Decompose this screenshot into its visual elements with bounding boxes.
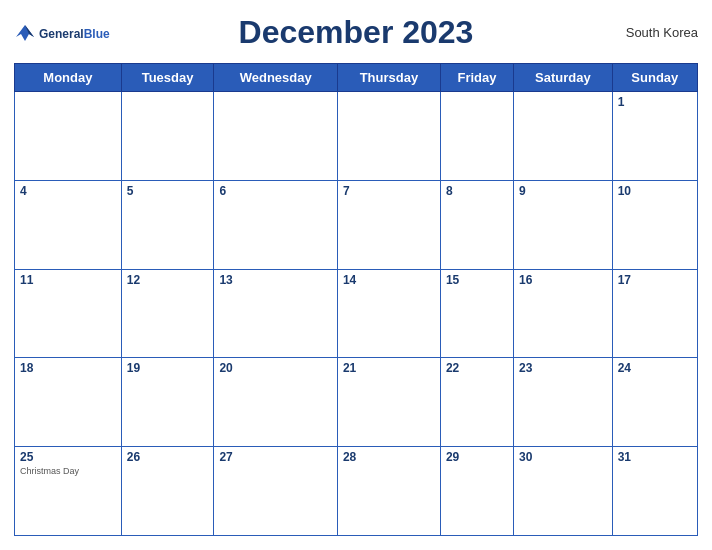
- day-cell-29: 29: [440, 447, 513, 536]
- bird-icon: [14, 23, 36, 43]
- day-cell-5: 5: [121, 180, 214, 269]
- week-row-3: 11121314151617: [15, 269, 698, 358]
- date-number-10: 10: [618, 184, 692, 198]
- date-number-16: 16: [519, 273, 607, 287]
- day-cell-11: 11: [15, 269, 122, 358]
- title-area: December 2023: [104, 14, 608, 51]
- day-cell-30: 30: [514, 447, 613, 536]
- date-number-9: 9: [519, 184, 607, 198]
- month-title: December 2023: [239, 14, 474, 50]
- day-cell-8: 8: [440, 180, 513, 269]
- date-number-20: 20: [219, 361, 332, 375]
- header-sunday: Sunday: [612, 64, 697, 92]
- date-number-12: 12: [127, 273, 209, 287]
- day-cell-26: 26: [121, 447, 214, 536]
- header-wednesday: Wednesday: [214, 64, 338, 92]
- empty-cell-w1-1: [121, 92, 214, 181]
- calendar-table: Monday Tuesday Wednesday Thursday Friday…: [14, 63, 698, 536]
- date-number-23: 23: [519, 361, 607, 375]
- date-number-1: 1: [618, 95, 692, 109]
- date-number-4: 4: [20, 184, 116, 198]
- empty-cell-w1-0: [15, 92, 122, 181]
- date-number-26: 26: [127, 450, 209, 464]
- week-row-2: 45678910: [15, 180, 698, 269]
- logo-general: General: [39, 27, 84, 41]
- day-cell-18: 18: [15, 358, 122, 447]
- date-number-17: 17: [618, 273, 692, 287]
- day-cell-6: 6: [214, 180, 338, 269]
- date-number-22: 22: [446, 361, 508, 375]
- date-number-18: 18: [20, 361, 116, 375]
- date-number-27: 27: [219, 450, 332, 464]
- date-number-13: 13: [219, 273, 332, 287]
- logo-area: GeneralBlue: [14, 23, 104, 43]
- day-cell-17: 17: [612, 269, 697, 358]
- country-label: South Korea: [608, 25, 698, 40]
- day-cell-21: 21: [337, 358, 440, 447]
- day-cell-12: 12: [121, 269, 214, 358]
- empty-cell-w1-2: [214, 92, 338, 181]
- header-saturday: Saturday: [514, 64, 613, 92]
- date-number-25: 25: [20, 450, 116, 464]
- date-number-5: 5: [127, 184, 209, 198]
- calendar-header: GeneralBlue December 2023 South Korea: [14, 10, 698, 55]
- logo-text-block: GeneralBlue: [39, 24, 110, 42]
- day-cell-22: 22: [440, 358, 513, 447]
- header-monday: Monday: [15, 64, 122, 92]
- day-cell-: [514, 92, 613, 181]
- day-cell-7: 7: [337, 180, 440, 269]
- svg-marker-0: [16, 25, 34, 41]
- header-thursday: Thursday: [337, 64, 440, 92]
- date-number-11: 11: [20, 273, 116, 287]
- date-number-30: 30: [519, 450, 607, 464]
- day-cell-31: 31: [612, 447, 697, 536]
- day-cell-4: 4: [15, 180, 122, 269]
- day-cell-15: 15: [440, 269, 513, 358]
- date-number-24: 24: [618, 361, 692, 375]
- week-row-1: 1: [15, 92, 698, 181]
- header-tuesday: Tuesday: [121, 64, 214, 92]
- day-cell-28: 28: [337, 447, 440, 536]
- date-number-19: 19: [127, 361, 209, 375]
- header-friday: Friday: [440, 64, 513, 92]
- day-cell-13: 13: [214, 269, 338, 358]
- logo-container: GeneralBlue: [14, 23, 110, 43]
- day-cell-10: 10: [612, 180, 697, 269]
- date-number-21: 21: [343, 361, 435, 375]
- date-number-14: 14: [343, 273, 435, 287]
- calendar-wrapper: GeneralBlue December 2023 South Korea Mo…: [0, 0, 712, 550]
- day-cell-27: 27: [214, 447, 338, 536]
- date-number-28: 28: [343, 450, 435, 464]
- day-cell-19: 19: [121, 358, 214, 447]
- day-cell-1: 1: [612, 92, 697, 181]
- week-row-4: 18192021222324: [15, 358, 698, 447]
- day-cell-25: 25Christmas Day: [15, 447, 122, 536]
- day-cell-: [440, 92, 513, 181]
- day-cell-24: 24: [612, 358, 697, 447]
- date-number-8: 8: [446, 184, 508, 198]
- weekday-header-row: Monday Tuesday Wednesday Thursday Friday…: [15, 64, 698, 92]
- date-number-31: 31: [618, 450, 692, 464]
- date-number-7: 7: [343, 184, 435, 198]
- day-cell-: [337, 92, 440, 181]
- day-cell-23: 23: [514, 358, 613, 447]
- date-number-15: 15: [446, 273, 508, 287]
- day-cell-14: 14: [337, 269, 440, 358]
- holiday-label-25: Christmas Day: [20, 466, 116, 476]
- date-number-6: 6: [219, 184, 332, 198]
- day-cell-16: 16: [514, 269, 613, 358]
- day-cell-9: 9: [514, 180, 613, 269]
- date-number-29: 29: [446, 450, 508, 464]
- week-row-5: 25Christmas Day262728293031: [15, 447, 698, 536]
- day-cell-20: 20: [214, 358, 338, 447]
